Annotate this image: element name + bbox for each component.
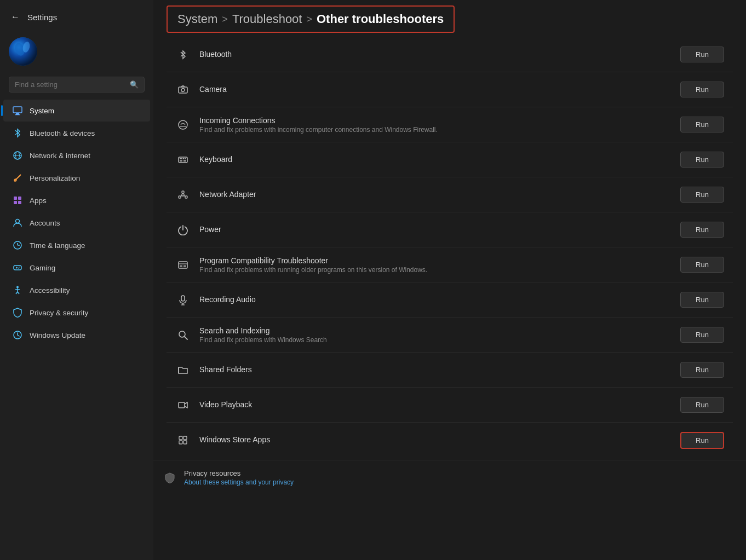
app-title: Settings <box>27 13 57 22</box>
run-incoming-button[interactable]: Run <box>680 117 724 132</box>
troubleshooter-camera: CameraRun <box>167 72 733 107</box>
svg-rect-11 <box>14 197 17 200</box>
svg-rect-39 <box>183 160 186 161</box>
video-playback-title: Video Playback <box>199 400 680 409</box>
bluetooth-nav-icon <box>12 128 23 138</box>
search-box[interactable]: 🔍 <box>9 77 145 93</box>
svg-rect-62 <box>183 441 187 444</box>
svg-rect-58 <box>179 402 185 408</box>
breadcrumb: System > Troubleshoot > Other troublesho… <box>167 5 455 33</box>
troubleshooter-program-compat: Program Compatibility TroubleshooterFind… <box>167 247 733 282</box>
svg-line-9 <box>14 175 21 181</box>
sidebar-label-bluetooth: Bluetooth & devices <box>30 129 95 137</box>
run-program-compat-button[interactable]: Run <box>680 257 724 273</box>
personalization-nav-icon <box>12 172 23 183</box>
sidebar-label-personalization: Personalization <box>30 174 80 182</box>
search-icon: 🔍 <box>130 80 139 89</box>
run-power-button[interactable]: Run <box>680 222 724 238</box>
sidebar-item-network[interactable]: Network & internet <box>0 145 153 166</box>
nav-list: SystemBluetooth & devicesNetwork & inter… <box>0 99 153 347</box>
camera-title: Camera <box>199 85 680 94</box>
svg-point-31 <box>181 88 185 91</box>
run-network-adapter-button[interactable]: Run <box>680 187 724 203</box>
sidebar-item-system[interactable]: System <box>0 100 153 122</box>
svg-point-55 <box>179 331 185 337</box>
svg-point-32 <box>179 120 187 129</box>
sidebar-item-time[interactable]: Time & language <box>0 234 153 256</box>
shared-folders-icon <box>175 362 191 378</box>
run-keyboard-button[interactable]: Run <box>680 152 724 168</box>
svg-rect-61 <box>179 441 182 444</box>
sidebar-label-accessibility: Accessibility <box>30 286 70 295</box>
run-recording-audio-button[interactable]: Run <box>680 292 724 308</box>
svg-line-56 <box>185 337 187 339</box>
troubleshooter-network-adapter: Network AdapterRun <box>167 177 733 212</box>
power-title: Power <box>199 225 680 234</box>
svg-rect-38 <box>180 160 182 161</box>
sidebar-item-privacy[interactable]: Privacy & security <box>0 302 153 324</box>
privacy-nav-icon <box>12 307 23 318</box>
svg-rect-33 <box>179 157 187 163</box>
camera-icon <box>175 82 191 97</box>
run-video-playback-button[interactable]: Run <box>680 397 724 413</box>
sidebar-label-accounts: Accounts <box>30 219 60 227</box>
program-compat-icon <box>175 257 191 273</box>
troubleshooter-incoming: Incoming ConnectionsFind and fix problem… <box>167 107 733 142</box>
bluetooth-title: Bluetooth <box>199 50 680 59</box>
troubleshooter-search-index: Search and IndexingFind and fix problems… <box>167 317 733 353</box>
breadcrumb-troubleshoot[interactable]: Troubleshoot <box>232 12 302 26</box>
troubleshooter-video-playback: Video PlaybackRun <box>167 388 733 423</box>
run-windows-store-button[interactable]: Run <box>680 432 724 449</box>
svg-rect-12 <box>18 197 21 200</box>
sidebar-label-system: System <box>30 107 54 115</box>
svg-point-15 <box>16 220 20 223</box>
network-adapter-title: Network Adapter <box>199 190 680 199</box>
troubleshooter-recording-audio: Recording AudioRun <box>167 282 733 317</box>
windows-store-title: Windows Store Apps <box>199 435 680 444</box>
breadcrumb-system[interactable]: System <box>177 12 217 26</box>
run-search-index-button[interactable]: Run <box>680 327 724 343</box>
sidebar-item-bluetooth[interactable]: Bluetooth & devices <box>0 122 153 144</box>
bluetooth-icon <box>175 47 191 62</box>
gaming-nav-icon <box>12 262 23 273</box>
program-compat-desc: Find and fix problems with running older… <box>199 266 680 274</box>
search-index-desc: Find and fix problems with Windows Searc… <box>199 336 680 344</box>
sidebar-label-network: Network & internet <box>30 152 90 160</box>
run-shared-folders-button[interactable]: Run <box>680 362 724 378</box>
troubleshooter-keyboard: KeyboardRun <box>167 142 733 177</box>
sidebar-label-gaming: Gaming <box>30 264 55 272</box>
svg-rect-37 <box>185 158 186 159</box>
svg-rect-40 <box>179 196 181 198</box>
power-icon <box>175 222 191 238</box>
svg-rect-42 <box>185 196 187 198</box>
apps-nav-icon <box>12 195 23 206</box>
search-index-icon <box>175 327 191 343</box>
svg-rect-60 <box>183 436 187 440</box>
privacy-link[interactable]: About these settings and your privacy <box>184 478 294 486</box>
sidebar-item-apps[interactable]: Apps <box>0 189 153 211</box>
sidebar-item-update[interactable]: Windows Update <box>0 324 153 346</box>
sidebar-item-personalization[interactable]: Personalization <box>0 167 153 189</box>
sidebar-label-time: Time & language <box>30 241 85 250</box>
sidebar-item-gaming[interactable]: Gaming <box>0 257 153 279</box>
back-button[interactable]: ← <box>9 10 22 24</box>
search-input[interactable] <box>15 80 125 89</box>
accessibility-nav-icon <box>12 285 23 296</box>
network-nav-icon <box>12 150 23 161</box>
run-camera-button[interactable]: Run <box>680 82 724 97</box>
svg-rect-30 <box>179 87 187 93</box>
time-nav-icon <box>12 240 23 251</box>
keyboard-title: Keyboard <box>199 155 680 164</box>
sidebar-item-accessibility[interactable]: Accessibility <box>0 279 153 301</box>
keyboard-icon <box>175 152 191 168</box>
svg-rect-41 <box>182 194 184 196</box>
main-content: System > Troubleshoot > Other troublesho… <box>153 0 746 560</box>
svg-rect-52 <box>181 296 185 301</box>
network-adapter-icon <box>175 187 191 203</box>
svg-rect-48 <box>179 262 187 268</box>
svg-rect-3 <box>13 107 22 113</box>
sidebar-item-accounts[interactable]: Accounts <box>0 212 153 234</box>
breadcrumb-sep-1: > <box>222 14 228 25</box>
run-bluetooth-button[interactable]: Run <box>680 47 724 62</box>
incoming-title: Incoming Connections <box>199 116 680 125</box>
